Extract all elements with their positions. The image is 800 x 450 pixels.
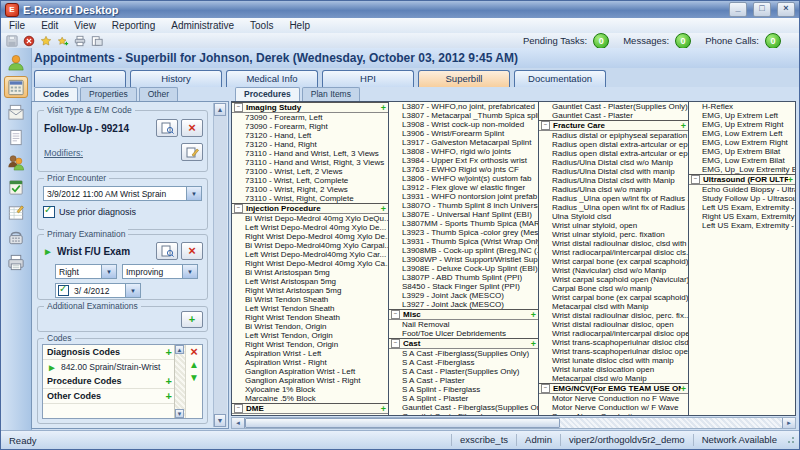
tab-documentation[interactable]: Documentation	[514, 70, 606, 87]
procedure-item[interactable]: Bi Wrist Depo-Medrol40mg Xylo Carpal...	[232, 241, 388, 250]
menu-item-help[interactable]: Help	[281, 20, 318, 31]
collapse-icon[interactable]: −	[541, 121, 550, 130]
minimize-button[interactable]: _	[729, 2, 747, 17]
exam-side-select[interactable]: Right ▼	[55, 264, 117, 279]
procedure-item[interactable]: Radius _Ulna open w/int fix of Radius ..…	[539, 194, 688, 203]
collapse-icon[interactable]: −	[541, 384, 550, 393]
modifiers-link[interactable]: Modifiers:	[44, 148, 83, 158]
sidebar-item-appointments[interactable]	[4, 76, 28, 98]
collapse-icon[interactable]: −	[234, 404, 243, 413]
add-code-icon[interactable]: +	[166, 392, 172, 401]
procedure-item[interactable]: L3906 - Wrist/Forearm Splint	[389, 129, 538, 138]
use-prior-diagnosis-checkbox[interactable]	[43, 206, 55, 218]
sidebar-item-ledger[interactable]	[4, 201, 28, 223]
procedure-item[interactable]: Wrist lunate disloc clsd with manip	[539, 356, 688, 365]
procedure-item[interactable]: S A Cast - Plaster	[389, 376, 538, 385]
procedure-item[interactable]: Sense Nerve Conduction	[539, 412, 688, 415]
procedure-item[interactable]: 73090 - Forearm, Left	[232, 113, 388, 122]
collapse-icon[interactable]: −	[234, 103, 243, 112]
add-exam-button[interactable]: +	[181, 311, 203, 328]
add-procedure-icon[interactable]: +	[381, 104, 386, 112]
procedure-item[interactable]: L3807P - ABD Thumb Splint (PPI)	[389, 273, 538, 282]
procedure-item[interactable]: S8450 - Stack Finger Splint (PPI)	[389, 282, 538, 291]
procedure-item[interactable]: L3927 - Joint Jack (MESCO)	[389, 300, 538, 309]
procedure-item[interactable]: Gauntlet Cast - Plaster(Supplies Only)	[539, 102, 688, 111]
save-icon[interactable]	[5, 34, 19, 47]
favorites-add-icon[interactable]	[56, 34, 70, 47]
add-procedure-icon[interactable]: +	[381, 205, 386, 213]
chevron-down-icon[interactable]: ▼	[125, 284, 140, 297]
select-visit-type-button[interactable]	[156, 119, 178, 137]
procedure-item[interactable]: L3807 - WHFO,no joint, prefabricated	[389, 102, 538, 111]
sidebar-item-fax[interactable]	[4, 251, 28, 273]
sidebar-item-phone[interactable]	[4, 226, 28, 248]
scrollbar-thumb[interactable]	[245, 418, 560, 428]
procedure-item[interactable]: L3763 - EWHO Rigid w/o jnts CF	[389, 165, 538, 174]
procedure-section-header[interactable]: −Injection Procedure+	[232, 203, 388, 214]
procedure-item[interactable]: Right Wrist Tendon, Origin	[232, 340, 388, 349]
procedure-item[interactable]: Wrist lunate dislocation open	[539, 365, 688, 374]
procedure-item[interactable]: Ulna Styloid clsd	[539, 212, 688, 221]
procedure-item[interactable]: L3931 - WHFO nontorsion joint prefab	[389, 192, 538, 201]
menu-item-file[interactable]: File	[1, 20, 33, 31]
code-item[interactable]: ►842.00 Sprain/Strain-Wrist	[43, 360, 174, 374]
add-code-icon[interactable]: +	[166, 377, 172, 386]
left-panel-scrollbar[interactable]: ▲ ▼	[213, 103, 227, 427]
tab-medical-info[interactable]: Medical Info	[226, 70, 318, 87]
maximize-button[interactable]: □	[753, 2, 771, 17]
code-section-header[interactable]: Diagnosis Codes+	[43, 345, 174, 360]
exam-progress-select[interactable]: Improving ▼	[122, 264, 198, 279]
procedure-item[interactable]: Motor Nerve Conduction no F Wave	[539, 394, 688, 403]
chevron-down-icon[interactable]: ▼	[101, 265, 116, 278]
menu-item-reporting[interactable]: Reporting	[104, 20, 163, 31]
right-tab-plan-items[interactable]: Plan Items	[302, 87, 360, 101]
add-procedure-icon[interactable]: +	[681, 122, 686, 130]
procedure-item[interactable]: Echo Guided Biopsy - Ultrasound	[689, 185, 795, 194]
procedure-item[interactable]: Study Follow Up - Ultrasound	[689, 194, 795, 203]
procedure-item[interactable]: Right Wrist Tendon Sheath	[232, 313, 388, 322]
procedure-item[interactable]: 73100 - Wrist, Left, 2 Views	[232, 167, 388, 176]
move-code-down-button[interactable]: ▼	[189, 371, 199, 384]
print-icon[interactable]	[73, 34, 87, 47]
procedure-item[interactable]: Gauntlet Cast - Fiberglass	[389, 412, 538, 415]
procedure-item[interactable]: Wrist (Navicular) clsd w/o Manip	[539, 266, 688, 275]
remove-visit-type-button[interactable]: ×	[181, 119, 203, 137]
resize-grip[interactable]	[787, 434, 797, 444]
scroll-up-icon[interactable]: ▲	[175, 345, 184, 354]
procedure-item[interactable]: 73110 - Hand and Wrist, Left, 3 Views	[232, 149, 388, 158]
procedure-item[interactable]: L3807MM - Sports Thumb Spica (MARA...	[389, 219, 538, 228]
procedure-item[interactable]: Aspiration Wrist - Left	[232, 349, 388, 358]
procedure-item[interactable]: Metacarpal clsd with Manip	[539, 302, 688, 311]
add-code-icon[interactable]: +	[166, 348, 172, 357]
procedure-item[interactable]: L3807 - Metacarpal _Thumb Spica splint	[389, 111, 538, 120]
procedure-item[interactable]: L3807E - Universal Hanf Splint (EBI)	[389, 210, 538, 219]
procedure-item[interactable]: Radius open distal extra-artcular or ep.…	[539, 140, 688, 149]
scroll-down-icon[interactable]: ▼	[175, 409, 184, 418]
procedure-item[interactable]: L3806 - WHFO w/joint(s) custom fab	[389, 174, 538, 183]
procedure-item[interactable]: Bi Wrist Tendon, Origin	[232, 322, 388, 331]
add-procedure-icon[interactable]: +	[681, 385, 686, 393]
procedure-item[interactable]: Right Wrist Aristospan 5mg	[232, 286, 388, 295]
procedure-item[interactable]: L3808 - WHFO, rigid w/o joints	[389, 147, 538, 156]
prior-encounter-select[interactable]: 3/9/2012 11:00 AM Wrist Sprain ▼	[43, 186, 202, 201]
procedure-item[interactable]: Left Wrist Tendon, Origin	[232, 331, 388, 340]
procedure-section-header[interactable]: −Fracture Care+	[539, 120, 688, 131]
procedure-item[interactable]: Wrist radiocarpal/intercarpal disloc ope…	[539, 329, 688, 338]
menu-item-view[interactable]: View	[66, 20, 104, 31]
exam-date-picker[interactable]: 3/ 4/2012 ▼	[55, 283, 141, 298]
procedure-item[interactable]: Left US Exam, Extremity - Ultrasound	[689, 203, 795, 212]
procedure-item[interactable]: Radius distal or epiphyseal separation .…	[539, 131, 688, 140]
procedure-item[interactable]: Gauntlet Cast - Fiberglass(Supplies Only…	[389, 403, 538, 412]
procedure-item[interactable]: L3807 - Thumb Spica Orthosis	[232, 414, 388, 415]
procedure-item[interactable]: L3908 - Wrist cock-up non-molded	[389, 120, 538, 129]
procedure-item[interactable]: Wrist carpal bone (ex carpal scaphoid)..…	[539, 293, 688, 302]
procedure-section-header[interactable]: −Ultrasound (FOR ULTRASOUND+	[689, 174, 795, 185]
sidebar-item-document[interactable]	[4, 126, 28, 148]
procedure-item[interactable]: Left Wrist Aristospan 5mg	[232, 277, 388, 286]
sidebar-item-patient[interactable]	[4, 51, 28, 73]
exam-date-checkbox[interactable]	[58, 285, 69, 296]
procedure-item[interactable]: L3908E - Deluxe Cock-Up Splint (EBI)	[389, 264, 538, 273]
tab-hpi[interactable]: HPI	[322, 70, 414, 87]
procedure-item[interactable]: Ganglion Aspiration Wrist - Right	[232, 376, 388, 385]
menu-item-administrative[interactable]: Administrative	[163, 20, 242, 31]
